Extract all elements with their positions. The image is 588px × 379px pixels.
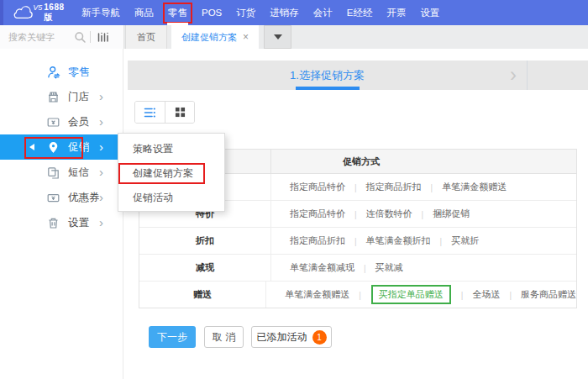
promotion-submenu: 策略设置 创建促销方案 促销活动 — [118, 133, 225, 212]
promo-option-highlighted[interactable]: 买指定单品赠送 — [371, 285, 451, 304]
divider — [345, 182, 366, 192]
sidebar-item-label: 设置 — [68, 216, 89, 230]
row-label: 折扣 — [139, 228, 271, 254]
row-label: 赠送 — [139, 282, 266, 308]
chevron-right-icon — [510, 61, 517, 90]
divider — [90, 31, 91, 43]
row-options: 指定商品特价指定商品折扣单笔满金额赠送 — [271, 174, 576, 200]
app-window: V5 1688版 新手导航 商品 零售 POS 订货 进销存 会计 E经经 开票… — [0, 0, 588, 379]
cancel-button[interactable]: 取 消 — [204, 326, 244, 348]
sidebar: 零售 门店 会员 促销 — [0, 49, 123, 379]
topnav-item-inventory[interactable]: 进销存 — [266, 4, 302, 22]
added-activities-button[interactable]: 已添加活动 1 — [251, 326, 332, 348]
submenu-item-strategy-settings[interactable]: 策略设置 — [118, 137, 224, 161]
topnav-item-invoice[interactable]: 开票 — [383, 4, 409, 22]
sidebar-item-label: 促销 — [68, 140, 89, 155]
tab-list-dropdown-button[interactable] — [264, 25, 291, 49]
divider — [452, 290, 473, 300]
tab-label: 首页 — [137, 31, 155, 44]
sidebar-item-label: 短信 — [68, 166, 89, 180]
divider — [431, 236, 452, 246]
sidebar-item-label: 门店 — [68, 90, 89, 104]
chevron-right-icon — [99, 216, 103, 229]
topnav-item-ejingjing[interactable]: E经经 — [344, 4, 376, 22]
topnav-item-retail[interactable]: 零售 — [165, 4, 191, 22]
list-view-button[interactable] — [135, 102, 165, 123]
tab-bar: 首页 创建促销方案 × — [0, 25, 588, 49]
promo-option[interactable]: 指定商品特价 — [290, 208, 345, 220]
tab-create-promo-plan[interactable]: 创建促销方案 × — [171, 25, 259, 49]
promo-option[interactable]: 指定商品折扣 — [366, 181, 422, 193]
submenu-item-create-promo-plan[interactable]: 创建促销方案 — [118, 161, 224, 186]
promo-option[interactable]: 指定商品折扣 — [290, 234, 345, 247]
topnav-item-pos[interactable]: POS — [198, 5, 225, 20]
search-zone — [0, 25, 124, 49]
topnav-item-settings[interactable]: 设置 — [417, 4, 443, 22]
list-view-icon — [144, 107, 157, 118]
submenu-item-promo-activities[interactable]: 促销活动 — [118, 186, 224, 210]
divider — [422, 182, 443, 192]
member-card-icon — [47, 116, 60, 129]
chevron-right-icon — [99, 166, 103, 178]
chevron-right-icon — [99, 140, 103, 153]
sms-icon — [47, 166, 60, 179]
promo-option[interactable]: 全场送 — [472, 288, 500, 301]
wizard-step-1[interactable]: 1.选择促销方案 — [128, 61, 527, 90]
close-icon[interactable]: × — [243, 31, 249, 43]
topnav-item-accounting[interactable]: 会计 — [310, 4, 336, 22]
topnav-item-goods[interactable]: 商品 — [131, 4, 157, 22]
search-icon[interactable] — [74, 31, 87, 44]
row-label: 减现 — [139, 255, 271, 281]
sidebar-item-label: 优惠券 — [68, 191, 100, 205]
promo-option[interactable]: 指定商品特价 — [290, 181, 345, 193]
sidebar-item-promotion[interactable]: 促销 — [0, 134, 123, 160]
search-input[interactable] — [7, 31, 74, 43]
sidebar-header-label: 零售 — [68, 65, 90, 80]
sidebar-item-coupons[interactable]: 优惠券 — [0, 185, 123, 210]
wizard-step-1-label: 1.选择促销方案 — [290, 68, 365, 83]
arrow-left-icon — [29, 144, 34, 150]
sidebar-item-sms[interactable]: 短信 — [0, 160, 123, 185]
promo-option[interactable]: 买就折 — [451, 234, 479, 247]
row-options: 指定商品特价连倍数特价捆绑促销 — [271, 201, 576, 227]
view-toggle — [134, 101, 195, 124]
grid-view-icon — [175, 107, 186, 118]
promo-option[interactable]: 单笔满金额折扣 — [366, 234, 431, 247]
topnav-item-order[interactable]: 订货 — [233, 4, 259, 22]
row-options: 单笔满金额赠送买指定单品赠送全场送服务商品赠送 — [266, 282, 576, 308]
table-row: 赠送 单笔满金额赠送买指定单品赠送全场送服务商品赠送 — [139, 282, 576, 308]
table-row: 减现 单笔满金额减现买就减 — [139, 255, 576, 282]
sidebar-item-settings[interactable]: 设置 — [0, 210, 123, 235]
promo-option[interactable]: 单笔满金额减现 — [290, 261, 354, 274]
trash-bin-icon — [47, 217, 60, 229]
topnav-item-guide[interactable]: 新手导航 — [78, 4, 123, 22]
tab-label: 创建促销方案 — [181, 31, 237, 44]
open-tabs: 首页 创建促销方案 × — [123, 25, 291, 49]
person-icon — [47, 66, 60, 79]
promo-option[interactable]: 服务商品赠送 — [521, 288, 576, 301]
divider — [345, 209, 366, 219]
next-step-button[interactable]: 下一步 — [149, 326, 196, 348]
promotion-pin-icon — [47, 141, 60, 154]
promo-option[interactable]: 单笔满金额赠送 — [285, 288, 349, 301]
divider — [349, 290, 370, 300]
row-options: 指定商品折扣单笔满金额折扣买就折 — [271, 228, 576, 254]
promo-option[interactable]: 连倍数特价 — [366, 208, 412, 220]
count-badge: 1 — [312, 330, 327, 345]
added-activities-label: 已添加活动 — [257, 330, 307, 345]
top-navigation: 新手导航 商品 零售 POS 订货 进销存 会计 E经经 开票 设置 — [78, 0, 443, 25]
caret-down-icon — [274, 34, 282, 39]
active-step-underline — [296, 87, 360, 90]
promo-option[interactable]: 买就减 — [375, 261, 403, 274]
promo-option[interactable]: 单笔满金额赠送 — [442, 181, 507, 193]
col-header-promo-method: 促销方式 — [271, 150, 576, 173]
divider — [412, 209, 433, 219]
chevron-right-icon — [99, 191, 103, 203]
barcode-icon[interactable] — [97, 30, 110, 44]
sidebar-item-members[interactable]: 会员 — [0, 109, 123, 134]
tab-home[interactable]: 首页 — [125, 25, 167, 49]
promo-option[interactable]: 捆绑促销 — [433, 208, 470, 220]
sidebar-item-stores[interactable]: 门店 — [0, 84, 123, 109]
sidebar-header-retail[interactable]: 零售 — [0, 61, 123, 83]
grid-view-button[interactable] — [165, 102, 194, 123]
